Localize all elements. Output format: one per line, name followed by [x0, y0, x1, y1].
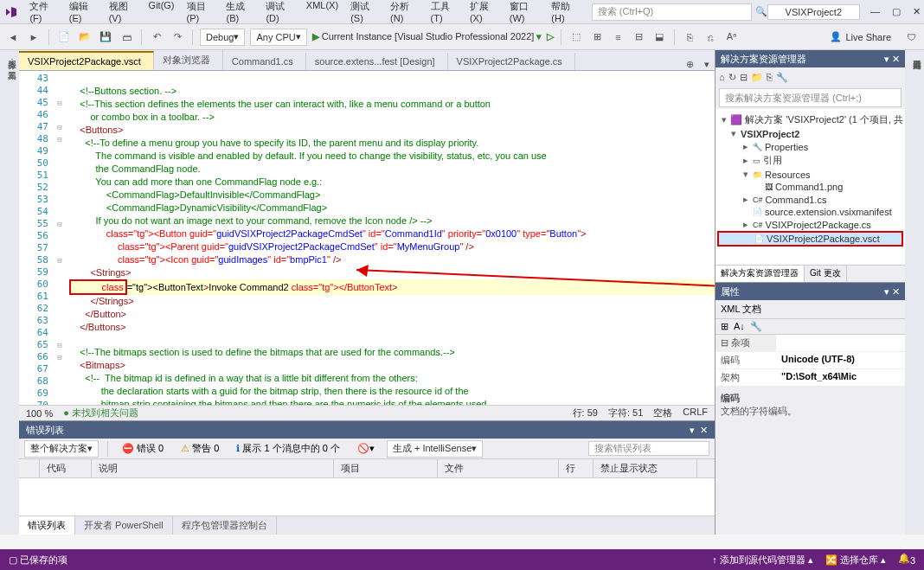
- indent-indicator[interactable]: 空格: [653, 407, 672, 419]
- property-row[interactable]: 编码Unicode (UTF-8): [715, 352, 905, 369]
- editor-tab[interactable]: Command1.cs: [223, 53, 306, 70]
- start-button[interactable]: ▶ Current Instance [Visual Studio Profes…: [312, 31, 542, 42]
- error-table[interactable]: 代码说明项目文件行禁止显示状态: [19, 459, 715, 516]
- redo-icon[interactable]: ↷: [170, 29, 185, 45]
- search-input[interactable]: 搜索 (Ctrl+Q): [592, 3, 752, 21]
- save-icon[interactable]: 💾: [98, 29, 113, 45]
- error-panel-title[interactable]: 错误列表 ▾ ✕: [19, 421, 715, 439]
- menu-item[interactable]: 编辑(E): [64, 0, 102, 25]
- home-icon[interactable]: ⌂: [719, 72, 725, 82]
- build-combo[interactable]: 生成 + IntelliSense ▾: [387, 440, 483, 458]
- menu-item[interactable]: 项目(P): [182, 0, 220, 25]
- solution-tree[interactable]: ▾🟪 解决方案 'VSIXProject2' (1 个项目, 共 ▾VSIXPr…: [715, 109, 905, 265]
- t1-icon[interactable]: ⬚: [568, 29, 584, 45]
- tab-overflow-icon[interactable]: ⊕: [681, 59, 699, 70]
- tree-item[interactable]: 📄VSIXProject2Package.vsct: [717, 231, 903, 247]
- collapse-icon[interactable]: ⊟: [740, 72, 748, 83]
- col-indicator[interactable]: 字符: 51: [608, 407, 643, 419]
- showall-icon[interactable]: 📁: [751, 72, 763, 83]
- error-col-header[interactable]: 项目: [334, 459, 438, 477]
- zoom-level[interactable]: 100 %: [26, 408, 53, 419]
- warnings-filter[interactable]: ⚠警告 0: [176, 440, 224, 457]
- tree-item[interactable]: ▸▭引用: [717, 153, 903, 168]
- nav-back-icon[interactable]: ◄: [5, 29, 21, 45]
- props-icon[interactable]: 🔧: [776, 72, 788, 83]
- menu-item[interactable]: Git(G): [144, 0, 180, 25]
- eol-indicator[interactable]: CRLF: [683, 407, 708, 419]
- errors-filter[interactable]: ⛔错误 0: [117, 440, 169, 457]
- solution-explorer-title[interactable]: 解决方案资源管理器 ▾ ✕: [715, 50, 905, 67]
- t5-icon[interactable]: ⬓: [651, 29, 667, 45]
- tab-overflow-icon[interactable]: ▾: [699, 59, 715, 70]
- editor-tab[interactable]: VSIXProject2Package.cs: [448, 53, 575, 70]
- menu-item[interactable]: 视图(V): [104, 0, 142, 25]
- platform-combo[interactable]: Any CPU ▾: [250, 29, 306, 46]
- panel-dropdown-icon[interactable]: ▾ ✕: [690, 425, 708, 436]
- menu-item[interactable]: 帮助(H): [546, 0, 584, 25]
- source-control-button[interactable]: ↑ 添加到源代码管理器 ▴: [712, 554, 813, 567]
- error-col-header[interactable]: 禁止显示状态: [594, 459, 697, 477]
- error-col-header[interactable]: 文件: [438, 459, 559, 477]
- liveshare-button[interactable]: 👤 Live Share: [830, 31, 891, 42]
- solution-toolbar[interactable]: ⌂ ↻ ⊟ 📁 ⎘ 🔧: [715, 67, 905, 86]
- refresh-icon[interactable]: ↻: [728, 72, 736, 83]
- bottom-tab[interactable]: 程序包管理器控制台: [173, 516, 277, 535]
- maximize-icon[interactable]: ▢: [892, 6, 901, 17]
- error-col-header[interactable]: 说明: [92, 459, 334, 477]
- minimize-icon[interactable]: —: [870, 6, 880, 17]
- undo-icon[interactable]: ↶: [149, 29, 164, 45]
- notifications-icon[interactable]: 🔔3: [898, 553, 915, 566]
- t7-icon[interactable]: ⎌: [703, 29, 718, 45]
- solution-tab[interactable]: Git 更改: [805, 266, 847, 282]
- issues-indicator[interactable]: ● 未找到相关问题: [63, 407, 138, 419]
- wrench-icon[interactable]: 🔧: [750, 321, 762, 332]
- t8-icon[interactable]: Aᵃ: [723, 29, 739, 45]
- repo-button[interactable]: 🔀 选择仓库 ▴: [825, 554, 886, 567]
- fold-column[interactable]: ⊟⊟⊟⊟⊟⊟⊟: [54, 71, 66, 405]
- tree-item[interactable]: ▸🔧Properties: [717, 140, 903, 153]
- tree-item[interactable]: ▸C#Command1.cs: [717, 193, 903, 206]
- error-col-header[interactable]: 行: [559, 459, 594, 477]
- solution-search[interactable]: 搜索解决方案资源管理器 (Ctrl+;): [719, 88, 902, 107]
- menu-item[interactable]: 调试(D): [260, 0, 298, 25]
- props-object[interactable]: XML 文档: [715, 300, 905, 319]
- t6-icon[interactable]: ⎘: [682, 29, 697, 45]
- menu-item[interactable]: 窗口(W): [504, 0, 545, 25]
- az-icon[interactable]: A↓: [734, 321, 745, 332]
- properties-title[interactable]: 属性▾ ✕: [715, 283, 905, 300]
- start-nodbg-icon[interactable]: ▷: [547, 31, 554, 42]
- menu-item[interactable]: 分析(N): [385, 0, 423, 25]
- code-editor[interactable]: 4344454647484950515253545556575859606162…: [19, 71, 715, 405]
- t2-icon[interactable]: ⊞: [589, 29, 605, 45]
- solution-root[interactable]: ▾🟪 解决方案 'VSIXProject2' (1 个项目, 共: [717, 112, 903, 127]
- tree-item[interactable]: 📄source.extension.vsixmanifest: [717, 206, 903, 218]
- properties-grid[interactable]: ⊟ 杂项编码Unicode (UTF-8)架构"D:\Soft_x64\Mic: [715, 335, 905, 387]
- config-combo[interactable]: Debug ▾: [200, 29, 245, 46]
- code-content[interactable]: <!--Buttons section. --> <!--This sectio…: [66, 71, 715, 405]
- editor-tab[interactable]: source.extens...fest [Design]: [306, 53, 448, 70]
- error-col-header[interactable]: [19, 459, 40, 477]
- tree-item[interactable]: ▾VSIXProject2: [717, 127, 903, 140]
- new-icon[interactable]: 📄: [56, 29, 72, 45]
- solution-tab[interactable]: 解决方案资源管理器: [715, 266, 805, 282]
- tree-item[interactable]: ▾📁Resources: [717, 168, 903, 181]
- property-row[interactable]: 架构"D:\Soft_x64\Mic: [715, 369, 905, 387]
- left-rail[interactable]: 服务器： 工具箱: [0, 50, 19, 535]
- right-rail[interactable]: 通知工具窗口: [905, 50, 924, 535]
- editor-tab[interactable]: 对象浏览器: [154, 50, 223, 70]
- scope-combo[interactable]: 整个解决方案 ▾: [24, 440, 99, 458]
- t-icon[interactable]: ⎘: [767, 72, 773, 82]
- props-toolbar[interactable]: ⊞A↓🔧: [715, 319, 905, 335]
- tree-item[interactable]: ▸C#VSIXProject2Package.cs: [717, 218, 903, 231]
- admin-icon[interactable]: 🛡: [903, 29, 919, 45]
- suppress-filter[interactable]: 🚫▾: [352, 441, 380, 456]
- menu-item[interactable]: 测试(S): [345, 0, 383, 25]
- open-icon[interactable]: 📂: [77, 29, 93, 45]
- messages-filter[interactable]: ℹ展示 1 个消息中的 0 个: [231, 440, 344, 457]
- nav-fwd-icon[interactable]: ►: [26, 29, 42, 45]
- saveall-icon[interactable]: 🗃: [119, 29, 134, 45]
- cat-icon[interactable]: ⊞: [721, 321, 728, 332]
- menu-item[interactable]: 生成(B): [221, 0, 259, 25]
- menu-item[interactable]: XML(X): [301, 0, 343, 25]
- menu-item[interactable]: 扩展(X): [465, 0, 503, 25]
